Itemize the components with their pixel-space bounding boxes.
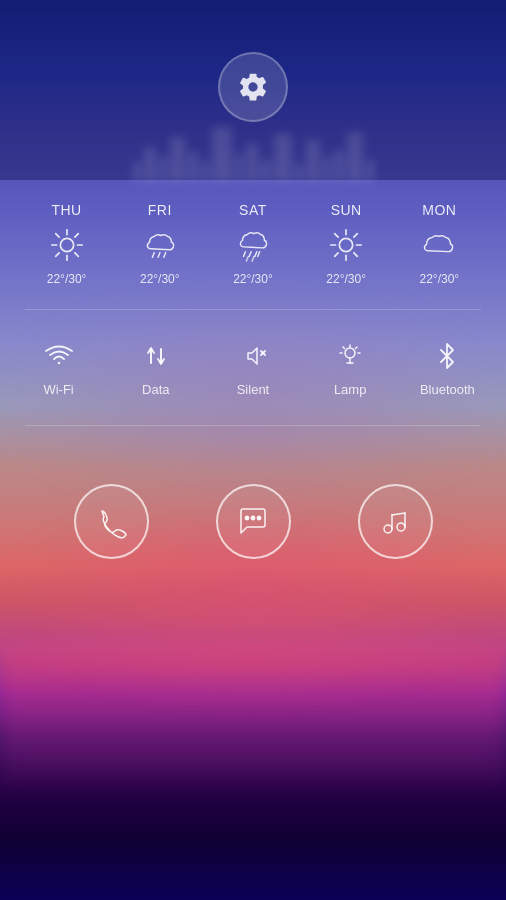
svg-line-26	[335, 253, 338, 256]
bluetooth-icon-wrap	[429, 338, 465, 374]
lamp-icon-wrap	[332, 338, 368, 374]
svg-line-11	[164, 253, 166, 258]
silent-icon-wrap	[235, 338, 271, 374]
svg-point-31	[345, 348, 355, 358]
svg-line-35	[343, 347, 345, 349]
svg-point-40	[252, 516, 255, 519]
lamp-label: Lamp	[334, 382, 367, 397]
svg-point-18	[340, 238, 353, 251]
day-label-thu: THU	[51, 202, 81, 218]
svg-line-25	[354, 234, 357, 237]
svg-point-41	[258, 516, 261, 519]
divider-2	[25, 425, 480, 426]
wifi-label: Wi-Fi	[43, 382, 73, 397]
svg-line-13	[249, 252, 251, 257]
svg-line-23	[335, 234, 338, 237]
wifi-toggle[interactable]: Wi-Fi	[19, 338, 99, 397]
svg-line-36	[356, 347, 358, 349]
svg-line-6	[74, 253, 77, 256]
message-icon	[236, 505, 270, 539]
svg-point-39	[246, 516, 249, 519]
data-icon	[141, 341, 171, 371]
weather-day-mon: MON 22°/30°	[418, 202, 460, 286]
weather-day-sun: SUN 22°/30°	[325, 202, 367, 286]
bluetooth-toggle[interactable]: Bluetooth	[407, 338, 487, 397]
weather-days: THU 22°/30°	[20, 202, 486, 286]
day-label-fri: FRI	[148, 202, 172, 218]
data-icon-wrap	[138, 338, 174, 374]
temp-mon: 22°/30°	[420, 272, 460, 286]
svg-line-5	[55, 234, 58, 237]
svg-line-7	[74, 234, 77, 237]
day-label-sun: SUN	[331, 202, 362, 218]
weather-icon-thu	[46, 224, 88, 266]
svg-point-43	[397, 523, 405, 531]
music-button[interactable]	[358, 484, 433, 559]
phone-button[interactable]	[74, 484, 149, 559]
temp-sat: 22°/30°	[233, 272, 273, 286]
svg-line-14	[255, 252, 257, 257]
temp-fri: 22°/30°	[140, 272, 180, 286]
phone-icon	[94, 505, 128, 539]
svg-line-12	[243, 252, 245, 257]
svg-line-16	[252, 256, 254, 261]
weather-icon-fri	[139, 224, 181, 266]
bluetooth-icon	[432, 341, 462, 371]
svg-point-0	[60, 238, 73, 251]
svg-line-17	[258, 252, 260, 257]
wifi-icon-wrap	[41, 338, 77, 374]
lamp-toggle[interactable]: Lamp	[310, 338, 390, 397]
wifi-icon	[44, 341, 74, 371]
svg-line-46	[392, 513, 405, 515]
data-toggle[interactable]: Data	[116, 338, 196, 397]
divider-1	[25, 309, 480, 310]
temp-thu: 22°/30°	[47, 272, 87, 286]
weather-icon-mon	[418, 224, 460, 266]
svg-line-9	[152, 253, 154, 258]
action-row	[0, 454, 506, 589]
day-label-mon: MON	[422, 202, 456, 218]
svg-point-42	[384, 525, 392, 533]
weather-day-thu: THU 22°/30°	[46, 202, 88, 286]
weather-day-sat: SAT 22°/30°	[232, 202, 274, 286]
silent-label: Silent	[237, 382, 270, 397]
quick-settings-row: Wi-Fi Data Sile	[0, 318, 506, 417]
weather-section: THU 22°/30°	[0, 192, 506, 301]
lamp-icon	[335, 341, 365, 371]
svg-line-24	[354, 253, 357, 256]
weather-icon-sat	[232, 224, 274, 266]
messages-button[interactable]	[216, 484, 291, 559]
data-label: Data	[142, 382, 169, 397]
svg-line-10	[158, 253, 160, 258]
weather-day-fri: FRI 22°/30°	[139, 202, 181, 286]
weather-icon-sun	[325, 224, 367, 266]
svg-line-15	[246, 256, 248, 261]
svg-line-8	[55, 253, 58, 256]
silent-toggle[interactable]: Silent	[213, 338, 293, 397]
bluetooth-label: Bluetooth	[420, 382, 475, 397]
silent-icon	[238, 341, 268, 371]
day-label-sat: SAT	[239, 202, 267, 218]
gear-icon	[237, 71, 269, 103]
temp-sun: 22°/30°	[326, 272, 366, 286]
music-icon	[378, 505, 412, 539]
settings-button[interactable]	[218, 52, 288, 122]
